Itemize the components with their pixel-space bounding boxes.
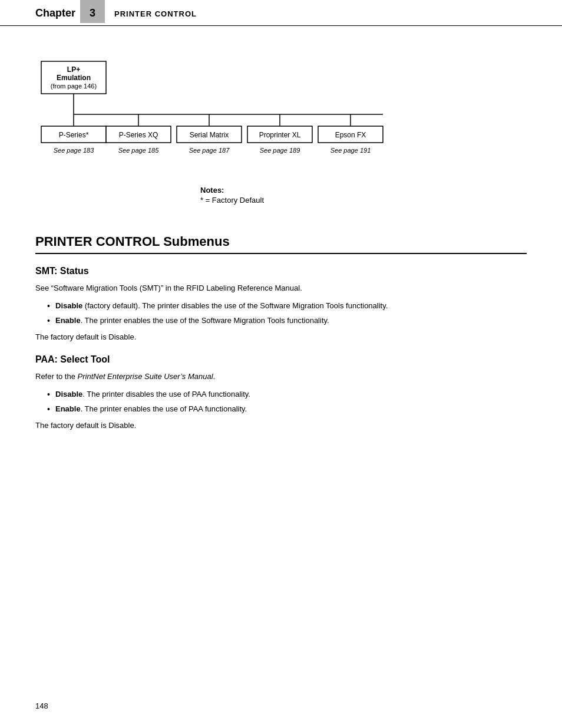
diagram-area: LP+ Emulation (from page 146): [0, 32, 562, 179]
paa-bullet-2-text: . The printer enables the use of PAA fun…: [81, 404, 247, 413]
paa-intro-prefix: Refer to the: [35, 372, 78, 381]
svg-text:Serial Matrix: Serial Matrix: [190, 131, 229, 139]
subsection-smt-title: SMT: Status: [35, 266, 527, 276]
svg-text:(from page 146): (from page 146): [51, 83, 97, 90]
smt-bullet-2-bold: Enable: [55, 316, 81, 325]
chapter-title: PRINTER CONTROL: [114, 0, 197, 23]
list-item: Disable. The printer disables the use of…: [47, 388, 527, 400]
svg-text:See page 185: See page 185: [118, 147, 159, 154]
smt-bullet-2-text: . The printer enables the use of the Sof…: [81, 316, 329, 325]
svg-text:Emulation: Emulation: [57, 74, 91, 82]
section-title: PRINTER CONTROL Submenus: [35, 234, 527, 254]
chapter-header: Chapter 3 PRINTER CONTROL: [0, 0, 562, 26]
smt-intro: See “Software Migration Tools (SMT)” in …: [35, 282, 527, 294]
paa-bullet-1-text: . The printer disables the use of PAA fu…: [82, 390, 250, 398]
paa-bullet-1-bold: Disable: [55, 390, 82, 398]
svg-text:Proprinter XL: Proprinter XL: [259, 131, 301, 139]
svg-text:See page 189: See page 189: [260, 147, 300, 154]
diagram-svg: LP+ Emulation (from page 146): [35, 55, 401, 173]
svg-text:P-Series*: P-Series*: [59, 131, 89, 139]
svg-text:P-Series XQ: P-Series XQ: [119, 131, 158, 139]
list-item: Enable. The printer enables the use of P…: [47, 403, 527, 415]
list-item: Enable. The printer enables the use of t…: [47, 315, 527, 327]
svg-text:Epson FX: Epson FX: [335, 131, 366, 139]
diagram-wrapper: LP+ Emulation (from page 146): [35, 55, 401, 173]
page-container: Chapter 3 PRINTER CONTROL LP+ Emulation …: [0, 0, 562, 728]
smt-bullet-list: Disable (factory default). The printer d…: [47, 300, 527, 327]
notes-area: Notes: * = Factory Default: [0, 179, 562, 216]
svg-text:See page 183: See page 183: [54, 147, 94, 154]
subsection-paa-title: PAA: Select Tool: [35, 354, 527, 365]
notes-text: * = Factory Default: [200, 196, 527, 205]
paa-bullet-list: Disable. The printer disables the use of…: [47, 388, 527, 415]
paa-bullet-2-bold: Enable: [55, 404, 81, 413]
smt-footer: The factory default is Disable.: [35, 331, 527, 343]
main-content: PRINTER CONTROL Submenus SMT: Status See…: [0, 216, 562, 460]
list-item: Disable (factory default). The printer d…: [47, 300, 527, 312]
smt-bullet-1-text: (factory default). The printer disables …: [82, 301, 388, 310]
chapter-label: Chapter: [35, 0, 80, 23]
svg-text:See page 191: See page 191: [330, 147, 371, 154]
notes-label: Notes:: [200, 186, 224, 195]
svg-text:See page 187: See page 187: [189, 147, 230, 154]
smt-bullet-1-bold: Disable: [55, 301, 82, 310]
paa-intro-suffix: .: [213, 372, 216, 381]
svg-text:LP+: LP+: [67, 65, 80, 74]
page-number: 148: [35, 701, 48, 710]
paa-footer: The factory default is Disable.: [35, 420, 527, 431]
paa-intro: Refer to the PrintNet Enterprise Suite U…: [35, 371, 527, 383]
paa-intro-italic: PrintNet Enterprise Suite User’s Manual: [78, 372, 213, 381]
chapter-number: 3: [80, 0, 105, 23]
